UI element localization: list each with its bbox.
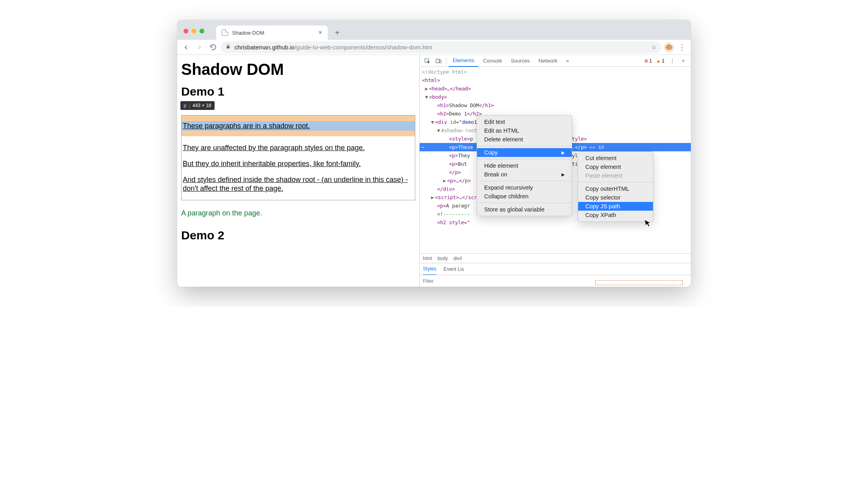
inspect-tooltip: p | 443 × 18 (180, 101, 215, 110)
page-h2-demo2: Demo 2 (181, 229, 415, 242)
menu-expand-recursively[interactable]: Expand recursively (477, 183, 572, 192)
tree-head[interactable]: <head>…</head> (429, 86, 471, 92)
browser-tab[interactable]: Shadow DOM × (216, 25, 328, 40)
tree-doctype[interactable]: <!doctype html> (420, 68, 691, 76)
close-tab-icon[interactable]: × (319, 29, 322, 36)
address-bar[interactable]: chrisbateman.github.io/guide-to-web-comp… (221, 41, 661, 53)
maximize-window-button[interactable] (199, 29, 204, 33)
back-button[interactable] (180, 42, 192, 53)
shadow-paragraph: They are unaffected by the paragraph sty… (182, 143, 415, 152)
svg-rect-2 (440, 60, 441, 63)
menu-hide-element[interactable]: Hide element (477, 161, 572, 170)
error-badge[interactable]: ⊗1 (644, 58, 652, 64)
menu-edit-html[interactable]: Edit as HTML (477, 126, 572, 135)
shadow-paragraph: And styles defined inside the shadow roo… (182, 175, 415, 193)
devtools-menu-icon[interactable]: ⋮ (667, 56, 677, 66)
submenu-copy-js-path[interactable]: Copy JS path (578, 202, 653, 211)
window-controls (177, 29, 204, 40)
titlebar: Shadow DOM × + (177, 20, 691, 40)
page-favicon-icon (222, 29, 228, 36)
tab-sources[interactable]: Sources (507, 55, 534, 67)
minimize-window-button[interactable] (192, 29, 196, 33)
new-tab-button[interactable]: + (332, 27, 343, 38)
menu-delete-element[interactable]: Delete element (477, 135, 572, 144)
devtools-close-icon[interactable]: × (678, 56, 688, 66)
menu-collapse-children[interactable]: Collapse children (477, 192, 572, 201)
subtab-event-listeners[interactable]: Event Lis (444, 266, 464, 272)
margin-overlay-top (182, 115, 415, 121)
bookmark-star-icon[interactable]: ☆ (651, 43, 657, 51)
device-toolbar-icon[interactable] (433, 56, 444, 66)
context-menu: Edit text Edit as HTML Delete element Co… (477, 115, 572, 216)
warning-badge[interactable]: ▲1 (656, 58, 665, 64)
tooltip-dimensions: 443 × 18 (192, 103, 211, 108)
margin-overlay-bottom (182, 131, 415, 136)
filter-input[interactable] (423, 278, 502, 284)
tab-console[interactable]: Console (479, 55, 506, 67)
submenu-arrow-icon: ▶ (561, 172, 565, 177)
box-model-preview (595, 280, 683, 285)
menu-store-global[interactable]: Store as global variable (477, 205, 572, 214)
browser-menu-button[interactable]: ⋮ (676, 43, 688, 52)
page-h1: Shadow DOM (181, 61, 415, 78)
inspect-element-icon[interactable] (422, 56, 432, 66)
page-h2-demo1: Demo 1 (181, 85, 415, 98)
crumb-body[interactable]: body (438, 256, 448, 261)
demo1-shadow-container: These paragraphs are in a shadow root. T… (181, 115, 415, 200)
more-tabs-icon[interactable]: » (562, 56, 573, 66)
styles-subtabs: Styles Event Lis (420, 263, 691, 275)
rendered-page: Shadow DOM Demo 1 p | 443 × 18 These par… (177, 55, 419, 287)
close-window-button[interactable] (184, 29, 188, 33)
submenu-copy-outerhtml[interactable]: Copy outerHTML (578, 184, 653, 193)
context-submenu-copy: Cut element Copy element Paste element C… (578, 151, 653, 222)
lock-icon (226, 44, 231, 50)
body-paragraph: A paragraph on the page. (181, 209, 415, 217)
menu-edit-text[interactable]: Edit text (477, 117, 572, 126)
forward-button[interactable] (194, 42, 205, 53)
toolbar: chrisbateman.github.io/guide-to-web-comp… (177, 40, 691, 55)
tab-title: Shadow DOM (232, 30, 264, 36)
subtab-styles[interactable]: Styles (423, 263, 436, 275)
url-text: chrisbateman.github.io/guide-to-web-comp… (235, 44, 432, 51)
submenu-paste-element: Paste element (578, 171, 653, 180)
submenu-arrow-icon: ▶ (561, 150, 565, 155)
submenu-copy-element[interactable]: Copy element (578, 162, 653, 171)
tooltip-tag: p (184, 103, 186, 108)
highlighted-paragraph: These paragraphs are in a shadow root. (182, 121, 415, 131)
filter-bar (420, 275, 691, 287)
crumb-div[interactable]: div# (454, 256, 462, 261)
shadow-paragraph: But they do inherit inheritable properti… (182, 159, 415, 168)
svg-rect-1 (436, 59, 439, 63)
submenu-copy-selector[interactable]: Copy selector (578, 193, 653, 202)
devtools-tabbar: Elements Console Sources Network » ⊗1 ▲1… (420, 55, 691, 67)
submenu-copy-xpath[interactable]: Copy XPath (578, 211, 653, 219)
browser-window: Shadow DOM × + chrisbateman.github.io/gu… (177, 20, 691, 287)
breadcrumb: html body div# (420, 253, 691, 263)
submenu-cut-element[interactable]: Cut element (578, 154, 653, 162)
menu-break-on[interactable]: Break on▶ (477, 170, 572, 179)
profile-avatar[interactable]: 🐵 (664, 42, 674, 53)
reload-button[interactable] (207, 42, 219, 53)
tree-body-open[interactable]: <body> (429, 94, 447, 100)
tree-html-open[interactable]: <html> (422, 77, 440, 83)
tab-network[interactable]: Network (535, 55, 562, 67)
tab-elements[interactable]: Elements (449, 55, 478, 67)
menu-copy[interactable]: Copy▶ (477, 148, 572, 157)
crumb-html[interactable]: html (423, 256, 432, 261)
